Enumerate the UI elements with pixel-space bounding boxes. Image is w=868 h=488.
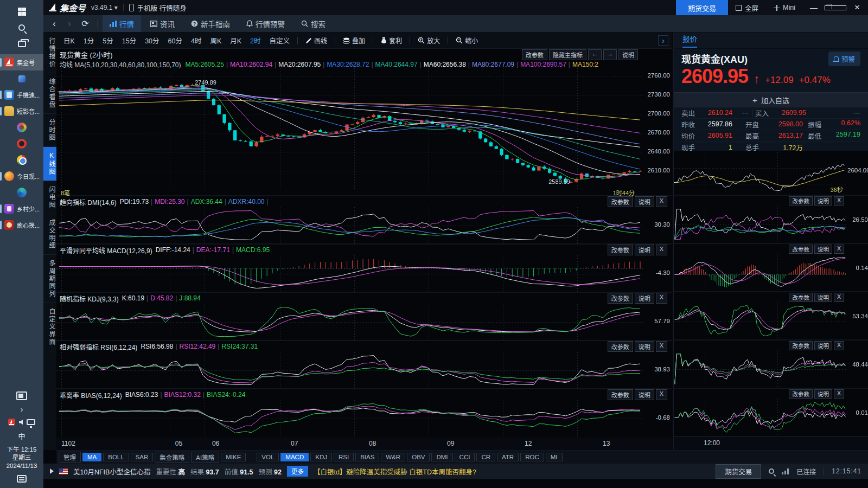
- mini-dmi-help-button[interactable]: 说明: [814, 196, 832, 206]
- tab-mike[interactable]: MIKE: [221, 453, 246, 461]
- draw-line-tool[interactable]: 画线: [302, 35, 331, 46]
- rsi-help-button[interactable]: 说明: [635, 341, 654, 352]
- kline-chart-canvas[interactable]: [56, 68, 643, 189]
- nav-guide-tab[interactable]: ? 新手指南: [184, 15, 237, 32]
- period-15min[interactable]: 15分: [118, 34, 140, 47]
- nav-quotes-tab[interactable]: 行情: [103, 15, 141, 32]
- mini-kdj-help-button[interactable]: 说明: [814, 293, 832, 302]
- kdj-close-button[interactable]: X: [656, 293, 667, 304]
- taskbar-app-phone-link[interactable]: 手機連...: [0, 87, 43, 103]
- tray-jijinhao-icon[interactable]: [8, 419, 15, 426]
- overlay-tool[interactable]: 叠加: [339, 35, 369, 46]
- mini-kdj-close-button[interactable]: X: [834, 293, 844, 302]
- mini-rsi-help-button[interactable]: 说明: [814, 341, 832, 350]
- tab-manage[interactable]: 管理: [59, 452, 81, 463]
- mini-dmi-change-params-button[interactable]: 改参数: [789, 196, 813, 206]
- mini-rsi-canvas[interactable]: [674, 350, 846, 388]
- period-weekly[interactable]: 周K: [206, 34, 225, 47]
- mini-bias-canvas[interactable]: [674, 399, 846, 436]
- taskbar-app-paint[interactable]: [0, 119, 43, 136]
- restore-button[interactable]: [825, 0, 846, 15]
- dmi-change-params-button[interactable]: 改参数: [608, 196, 633, 207]
- macd-help-button[interactable]: 说明: [635, 245, 654, 255]
- period-60min[interactable]: 60分: [164, 34, 186, 47]
- mini-bias-help-button[interactable]: 说明: [814, 389, 832, 399]
- kline-prev-button[interactable]: ←: [588, 49, 602, 60]
- status-search-icon[interactable]: [769, 468, 774, 474]
- display-icon[interactable]: [27, 419, 35, 425]
- tab-macd[interactable]: MACD: [280, 453, 309, 461]
- view-tab-multi-period[interactable]: 多周期同列: [43, 255, 56, 303]
- rsi-close-button[interactable]: X: [656, 341, 667, 352]
- taskbar-app-blue[interactable]: [0, 70, 43, 87]
- period-5min[interactable]: 5分: [99, 34, 117, 47]
- mini-macd-canvas[interactable]: [674, 254, 846, 291]
- period-custom[interactable]: 自定义: [266, 34, 294, 47]
- tab-ma[interactable]: MA: [82, 453, 101, 461]
- kdj-change-params-button[interactable]: 改参数: [608, 293, 633, 304]
- mini-price-canvas[interactable]: [674, 152, 846, 195]
- tab-obv[interactable]: OBV: [407, 453, 430, 461]
- dmi-chart-canvas[interactable]: [56, 207, 643, 243]
- tab-dmi[interactable]: DMI: [431, 453, 452, 461]
- mini-kdj-canvas[interactable]: [674, 302, 846, 339]
- status-futures-button[interactable]: 期货交易: [716, 464, 761, 479]
- add-watchlist-button[interactable]: + 加入自选: [674, 92, 868, 107]
- bias-chart-canvas[interactable]: [56, 400, 643, 436]
- view-tab-trade-detail[interactable]: 成交明细: [43, 214, 56, 255]
- taskbar-app-village[interactable]: 乡村少...: [0, 201, 43, 217]
- nav-alerts-tab[interactable]: 行情预警: [239, 15, 292, 32]
- tab-vol[interactable]: VOL: [257, 453, 279, 461]
- view-tab-time-share[interactable]: 分时图: [43, 114, 56, 147]
- version-dropdown[interactable]: v3.49.1 ▾: [91, 4, 118, 11]
- taskbar-app-edge[interactable]: [0, 184, 43, 201]
- mini-bias-close-button[interactable]: X: [834, 389, 844, 399]
- macd-chart-canvas[interactable]: [56, 255, 643, 292]
- tab-mi[interactable]: MI: [546, 453, 563, 461]
- mini-dmi-close-button[interactable]: X: [834, 196, 844, 206]
- macd-close-button[interactable]: X: [656, 245, 667, 255]
- nav-search-tab[interactable]: 搜索: [294, 15, 333, 32]
- taskbar-app-folder[interactable]: 短影音...: [0, 103, 43, 119]
- mini-macd-close-button[interactable]: X: [834, 245, 844, 254]
- period-4h[interactable]: 4时: [187, 34, 205, 47]
- zoom-in-tool[interactable]: 放大: [414, 35, 444, 46]
- calendar-event[interactable]: 美10月NFIB小型企信心指: [73, 466, 150, 477]
- mini-bias-change-params-button[interactable]: 改参数: [789, 389, 813, 399]
- rsi-chart-canvas[interactable]: [56, 352, 643, 388]
- mini-mode-button[interactable]: Mini: [766, 0, 803, 15]
- tab-wr[interactable]: W&R: [381, 453, 405, 461]
- arbitrage-tool[interactable]: 套利: [377, 35, 406, 46]
- bias-change-params-button[interactable]: 改参数: [608, 389, 633, 400]
- fullscreen-button[interactable]: 全屏: [728, 0, 766, 15]
- dmi-close-button[interactable]: X: [656, 196, 667, 207]
- kline-next-button[interactable]: →: [603, 49, 617, 60]
- notification-icon[interactable]: [17, 475, 27, 483]
- taskbar-app-opera[interactable]: [0, 136, 43, 152]
- nav-forward-button[interactable]: ›: [63, 19, 76, 29]
- tab-roc[interactable]: ROC: [520, 453, 544, 461]
- refresh-button[interactable]: ⟳: [78, 18, 92, 29]
- tab-cci[interactable]: CCI: [455, 453, 475, 461]
- start-button[interactable]: [0, 3, 43, 20]
- ime-indicator[interactable]: 中: [18, 431, 25, 441]
- taskbar-app-chrome[interactable]: [0, 152, 43, 168]
- dmi-help-button[interactable]: 说明: [635, 196, 654, 207]
- taskbar-clock[interactable]: 下午 12:15 星期三 2024/11/13: [7, 446, 37, 470]
- period-monthly[interactable]: 月K: [226, 34, 245, 47]
- close-button[interactable]: ×: [846, 0, 868, 15]
- toolbar-more-arrow[interactable]: ›: [658, 35, 668, 46]
- mobile-version-link[interactable]: 手机版 行情随身: [129, 3, 187, 13]
- mini-dmi-canvas[interactable]: [674, 206, 846, 243]
- minimize-button[interactable]: —: [803, 0, 825, 15]
- tab-atr[interactable]: ATR: [497, 453, 519, 461]
- kline-change-params-button[interactable]: 改参数: [522, 49, 547, 60]
- news-play-icon[interactable]: [50, 468, 54, 474]
- view-tab-quote-list[interactable]: 行情报价: [43, 33, 56, 73]
- period-daily[interactable]: 日K: [60, 34, 79, 47]
- macd-change-params-button[interactable]: 改参数: [608, 245, 633, 255]
- kline-hide-main-button[interactable]: 隐藏主指标: [549, 49, 586, 60]
- taskbar-app-jijinhao[interactable]: 集金号: [0, 54, 43, 70]
- news-headline-link[interactable]: 【白银td】避险降温美指受威胁 白银TD本周能否翻身?: [314, 466, 476, 477]
- view-tab-kline[interactable]: K线图: [43, 147, 56, 181]
